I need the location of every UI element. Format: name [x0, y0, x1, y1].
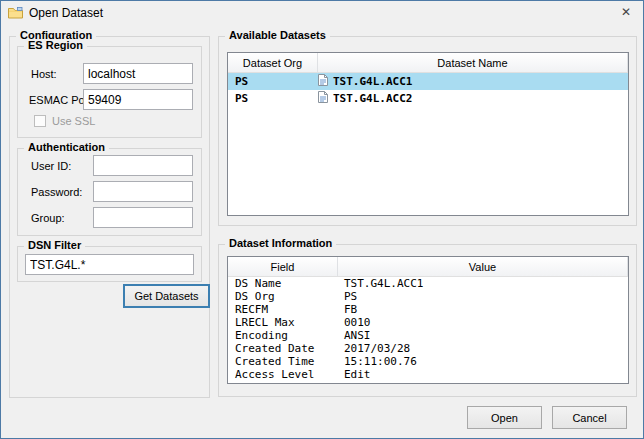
table-row[interactable]: PS TST.G4L.ACC2: [228, 90, 628, 107]
column-header-dataset-name[interactable]: Dataset Name: [318, 53, 628, 72]
dataset-org-cell: PS: [228, 75, 318, 88]
info-row: DS Org PS: [228, 290, 628, 303]
info-value: 0010: [338, 316, 628, 329]
dataset-name-text: TST.G4L.ACC1: [333, 75, 412, 88]
info-row: Created Time 15:11:00.76: [228, 355, 628, 368]
info-field: DS Org: [228, 290, 338, 303]
info-field: RECFM: [228, 303, 338, 316]
info-field: Access Level: [228, 368, 338, 381]
host-label: Host:: [31, 68, 57, 80]
cancel-button[interactable]: Cancel: [552, 406, 627, 429]
info-field: Encoding: [228, 329, 338, 342]
info-value: 15:11:00.76: [338, 355, 628, 368]
info-field: Created Date: [228, 342, 338, 355]
info-field: LRECL Max: [228, 316, 338, 329]
open-dataset-dialog: Open Dataset ✕ Configuration ES Region H…: [0, 0, 644, 439]
window-title: Open Dataset: [29, 6, 103, 20]
use-ssl-label: Use SSL: [52, 115, 95, 127]
available-datasets-table[interactable]: Dataset Org Dataset Name PS TST.G4L.ACC1: [227, 52, 629, 216]
user-id-label: User ID:: [31, 160, 71, 172]
group-label: Group:: [31, 212, 65, 224]
info-row: RECFM FB: [228, 303, 628, 316]
close-icon: ✕: [621, 5, 631, 19]
dataset-org-cell: PS: [228, 92, 318, 105]
info-row: DS Name TST.G4L.ACC1: [228, 277, 628, 290]
info-value: FB: [338, 303, 628, 316]
group-input[interactable]: [93, 207, 193, 228]
open-button[interactable]: Open: [467, 406, 542, 429]
dsn-filter-group-title: DSN Filter: [24, 239, 85, 251]
info-table-header: Field Value: [228, 257, 628, 277]
close-button[interactable]: ✕: [609, 1, 643, 23]
info-value: TST.G4L.ACC1: [338, 277, 628, 290]
info-row: LRECL Max 0010: [228, 316, 628, 329]
info-value: PS: [338, 290, 628, 303]
host-input[interactable]: [83, 63, 193, 84]
titlebar[interactable]: Open Dataset ✕: [1, 1, 643, 24]
info-value: ANSI: [338, 329, 628, 342]
info-row: Access Level Edit: [228, 368, 628, 381]
column-header-value[interactable]: Value: [338, 257, 628, 276]
use-ssl-row: Use SSL: [34, 115, 95, 127]
dataset-name-text: TST.G4L.ACC2: [333, 92, 412, 105]
password-label: Password:: [31, 186, 82, 198]
dataset-information-group-title: Dataset Information: [225, 237, 336, 249]
table-row[interactable]: PS TST.G4L.ACC1: [228, 73, 628, 90]
info-row: Encoding ANSI: [228, 329, 628, 342]
info-value: Edit: [338, 368, 628, 381]
dataset-name-cell: TST.G4L.ACC1: [318, 74, 628, 89]
user-id-input[interactable]: [93, 155, 193, 176]
password-input[interactable]: [93, 181, 193, 202]
es-region-group-title: ES Region: [24, 39, 87, 51]
esmac-port-input[interactable]: [83, 89, 193, 110]
dsn-filter-input[interactable]: [25, 254, 194, 275]
column-header-dataset-org[interactable]: Dataset Org: [228, 53, 318, 72]
authentication-group-title: Authentication: [24, 141, 109, 153]
dialog-body: Configuration ES Region Host: ESMAC Port…: [1, 24, 643, 438]
document-icon: [318, 74, 328, 89]
use-ssl-checkbox: [34, 115, 46, 127]
info-field: Created Time: [228, 355, 338, 368]
folder-icon: [8, 7, 23, 19]
dataset-name-cell: TST.G4L.ACC2: [318, 91, 628, 106]
dataset-information-table[interactable]: Field Value DS Name TST.G4L.ACC1 DS Org …: [227, 256, 629, 384]
document-icon: [318, 91, 328, 106]
info-row: Created Date 2017/03/28: [228, 342, 628, 355]
info-field: DS Name: [228, 277, 338, 290]
column-header-field[interactable]: Field: [228, 257, 338, 276]
datasets-table-header: Dataset Org Dataset Name: [228, 53, 628, 73]
get-datasets-button[interactable]: Get Datasets: [123, 284, 210, 308]
info-value: 2017/03/28: [338, 342, 628, 355]
available-datasets-group-title: Available Datasets: [225, 29, 330, 41]
